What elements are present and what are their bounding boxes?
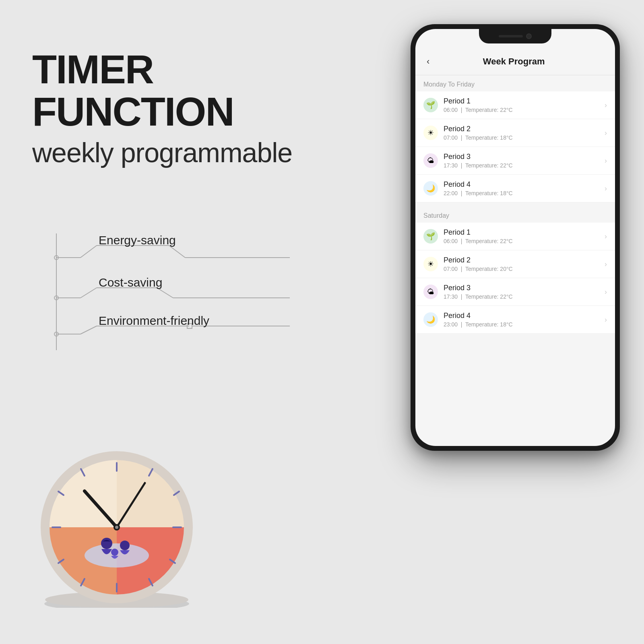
period-icon-night: 🌙 (423, 181, 438, 196)
svg-line-3 (80, 246, 97, 258)
chevron-icon: › (605, 129, 607, 137)
notch-speaker (499, 35, 523, 37)
svg-point-44 (115, 526, 118, 529)
period-info: Period 1 06:00 | Temperature: 22°C (444, 97, 605, 113)
period-item[interactable]: ☀ Period 2 07:00 | Temperature: 20°C › (415, 250, 615, 278)
svg-line-5 (169, 246, 185, 258)
left-section: TIMER FUNCTION weekly programmable (32, 48, 334, 168)
period-info: Period 1 06:00 | Temperature: 22°C (444, 228, 605, 244)
period-name: Period 3 (444, 284, 605, 292)
svg-text:Energy-saving: Energy-saving (99, 233, 176, 247)
phone-container: ‹ Week Program Monday To Friday 🌱 Period… (411, 24, 620, 451)
svg-line-17 (80, 326, 97, 334)
app-content: ‹ Week Program Monday To Friday 🌱 Period… (415, 29, 615, 446)
period-icon-afternoon: 🌤 (423, 153, 438, 168)
period-detail: 06:00 | Temperature: 22°C (444, 107, 605, 113)
clock-svg (36, 447, 197, 608)
period-info: Period 3 17:30 | Temperature: 22°C (444, 284, 605, 300)
period-name: Period 1 (444, 228, 605, 237)
period-info: Period 3 17:30 | Temperature: 22°C (444, 153, 605, 169)
clock-illustration (36, 447, 209, 620)
period-detail: 07:00 | Temperature: 20°C (444, 266, 605, 272)
chevron-icon: › (605, 260, 607, 268)
app-title: Week Program (433, 56, 595, 67)
period-detail: 17:30 | Temperature: 22°C (444, 162, 605, 169)
notch-camera (526, 33, 532, 39)
period-name: Period 4 (444, 312, 605, 320)
svg-line-12 (157, 288, 173, 298)
circuit-diagram: Energy-saving Cost-saving Environment-fr… (32, 225, 314, 366)
period-name: Period 2 (444, 256, 605, 264)
svg-point-25 (101, 538, 112, 549)
svg-text:Cost-saving: Cost-saving (99, 276, 162, 289)
period-name: Period 4 (444, 180, 605, 189)
period-info: Period 2 07:00 | Temperature: 18°C (444, 125, 605, 141)
period-info: Period 4 23:00 | Temperature: 18°C (444, 312, 605, 328)
period-detail: 07:00 | Temperature: 18°C (444, 134, 605, 141)
section-saturday: Saturday (415, 206, 615, 223)
svg-line-10 (80, 288, 97, 298)
period-list-saturday: 🌱 Period 1 06:00 | Temperature: 22°C › ☀… (415, 223, 615, 334)
period-icon-morning: 🌱 (423, 229, 438, 244)
chevron-icon: › (605, 184, 607, 193)
period-name: Period 1 (444, 97, 605, 105)
period-item[interactable]: 🌱 Period 1 06:00 | Temperature: 22°C › (415, 91, 615, 119)
period-item[interactable]: 🌤 Period 3 17:30 | Temperature: 22°C › (415, 278, 615, 306)
back-button[interactable]: ‹ (423, 55, 433, 68)
period-detail: 17:30 | Temperature: 22°C (444, 293, 605, 300)
period-icon-night: 🌙 (423, 312, 438, 327)
period-name: Period 3 (444, 153, 605, 161)
svg-point-26 (120, 541, 130, 550)
svg-text:Environment-friendly: Environment-friendly (99, 314, 209, 327)
chevron-icon: › (605, 316, 607, 324)
period-info: Period 2 07:00 | Temperature: 20°C (444, 256, 605, 272)
svg-point-24 (85, 543, 149, 568)
chevron-icon: › (605, 288, 607, 296)
period-item[interactable]: 🌤 Period 3 17:30 | Temperature: 22°C › (415, 147, 615, 175)
timer-subtitle: weekly programmable (32, 137, 334, 168)
phone-outer: ‹ Week Program Monday To Friday 🌱 Period… (411, 24, 620, 451)
section-gap (415, 202, 615, 206)
section-monday-friday: Monday To Friday (415, 75, 615, 91)
phone-notch (479, 29, 551, 43)
svg-point-27 (111, 549, 118, 556)
period-item[interactable]: ☀ Period 2 07:00 | Temperature: 18°C › (415, 119, 615, 147)
period-item[interactable]: 🌙 Period 4 23:00 | Temperature: 18°C › (415, 306, 615, 334)
period-info: Period 4 22:00 | Temperature: 18°C (444, 180, 605, 196)
period-detail: 23:00 | Temperature: 18°C (444, 321, 605, 328)
chevron-icon: › (605, 157, 607, 165)
chevron-icon: › (605, 101, 607, 109)
period-icon-afternoon: 🌤 (423, 285, 438, 299)
chevron-icon: › (605, 232, 607, 241)
period-detail: 22:00 | Temperature: 18°C (444, 190, 605, 196)
timer-title: TIMER FUNCTION (32, 48, 334, 133)
period-icon-day: ☀ (423, 257, 438, 271)
period-name: Period 2 (444, 125, 605, 133)
period-item[interactable]: 🌙 Period 4 22:00 | Temperature: 18°C › (415, 175, 615, 202)
period-icon-morning: 🌱 (423, 98, 438, 112)
period-detail: 06:00 | Temperature: 22°C (444, 238, 605, 244)
period-icon-day: ☀ (423, 126, 438, 140)
phone-inner: ‹ Week Program Monday To Friday 🌱 Period… (415, 29, 615, 446)
period-list-weekday: 🌱 Period 1 06:00 | Temperature: 22°C › ☀… (415, 91, 615, 202)
app-header: ‹ Week Program (415, 48, 615, 75)
period-item[interactable]: 🌱 Period 1 06:00 | Temperature: 22°C › (415, 223, 615, 250)
